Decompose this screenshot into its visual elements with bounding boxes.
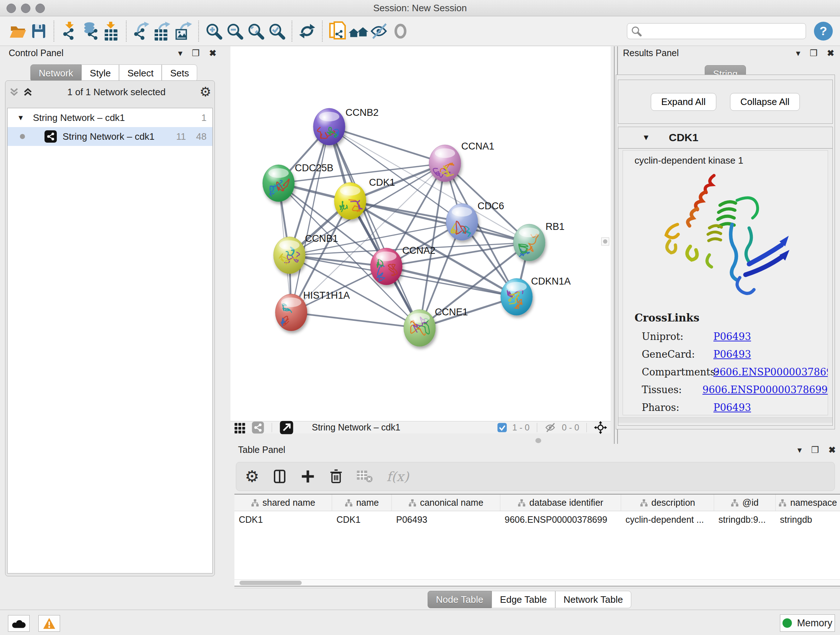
zoom-out-button[interactable] — [224, 20, 245, 42]
close-window-button[interactable] — [6, 4, 16, 13]
delete-column-trash-icon[interactable] — [328, 469, 344, 485]
hidden-eye-slash-icon[interactable] — [545, 423, 557, 432]
birdseye-crosshair-icon[interactable] — [594, 421, 607, 434]
network-thumbnail-icon[interactable] — [251, 421, 264, 434]
cell-namespace[interactable]: stringdb — [775, 511, 840, 528]
tab-select[interactable]: Select — [119, 65, 162, 82]
float-panel-icon[interactable]: ❒ — [811, 445, 819, 455]
close-panel-icon[interactable]: ✖ — [209, 48, 216, 58]
zoom-window-button[interactable] — [35, 4, 45, 13]
zoom-in-button[interactable] — [203, 20, 224, 42]
memory-button[interactable]: Memory — [780, 614, 835, 632]
network-node-CCNA1[interactable] — [429, 145, 461, 182]
network-overview-button[interactable] — [348, 20, 369, 42]
crosslink-link[interactable]: P06493 — [714, 328, 751, 345]
grid-view-icon[interactable] — [234, 421, 246, 434]
horizontal-splitter-handle[interactable] — [535, 438, 541, 443]
import-table-button[interactable] — [101, 20, 122, 42]
cell-canonical-name[interactable]: P06493 — [392, 511, 500, 528]
network-node-CCNB1[interactable] — [273, 237, 305, 274]
column-header[interactable]: namespace — [775, 494, 840, 511]
tab-edge-table[interactable]: Edge Table — [492, 591, 555, 608]
crosslink-link[interactable]: 9606.ENSP00000378699 — [714, 363, 828, 381]
float-panel-icon[interactable]: ❒ — [810, 48, 818, 58]
network-node-CCNA2[interactable] — [370, 248, 402, 285]
add-column-plus-icon[interactable] — [300, 469, 316, 484]
table-horizontal-scrollbar[interactable] — [234, 579, 840, 586]
cell-id[interactable]: stringdb:9... — [714, 511, 775, 528]
table-settings-gear-icon[interactable]: ⚙ — [245, 469, 259, 485]
column-header[interactable]: @id — [714, 494, 775, 511]
gear-icon[interactable]: ⚙ — [200, 84, 211, 100]
warnings-button[interactable] — [38, 615, 60, 632]
tree-expand-icon[interactable]: ▼ — [8, 114, 24, 122]
network-node-CDKN1A[interactable] — [501, 279, 532, 315]
zoom-fit-button[interactable] — [245, 20, 266, 42]
network-node-HIST1H1A[interactable] — [275, 294, 307, 331]
tab-style[interactable]: Style — [81, 65, 119, 82]
column-header[interactable]: shared name — [234, 494, 332, 511]
detach-view-icon[interactable] — [279, 420, 294, 435]
scrollbar-thumb[interactable] — [240, 581, 302, 585]
selected-checkbox-icon[interactable] — [497, 423, 507, 432]
column-header[interactable]: database identifier — [500, 494, 621, 511]
network-node-RB1[interactable] — [513, 224, 545, 261]
cell-shared-name[interactable]: CDK1 — [234, 511, 332, 528]
copy-network-button[interactable] — [327, 20, 348, 42]
export-image-button[interactable] — [173, 20, 194, 42]
network-node-CCNE1[interactable] — [404, 310, 436, 347]
collapse-all-chevron-icon[interactable] — [9, 87, 19, 97]
collapse-panel-icon[interactable]: ▾ — [796, 48, 800, 58]
crosslink-link[interactable]: P06493 — [714, 345, 751, 363]
export-network-button[interactable] — [131, 20, 152, 42]
crosslink-link[interactable]: 9606.ENSP00000378699 — [703, 381, 828, 399]
import-network-button[interactable] — [58, 20, 80, 42]
float-panel-icon[interactable]: ❒ — [192, 48, 200, 58]
cell-description[interactable]: cyclin-dependent ... — [621, 511, 714, 528]
collapse-panel-icon[interactable]: ▾ — [797, 445, 802, 455]
network-node-CDC6[interactable] — [446, 203, 478, 241]
node-table[interactable]: shared name name canonical name database… — [234, 494, 840, 586]
export-table-button[interactable] — [152, 20, 173, 42]
hide-panel-button[interactable] — [369, 20, 390, 42]
zoom-selected-button[interactable] — [266, 20, 287, 42]
network-node-CCNB2[interactable] — [313, 108, 345, 145]
cell-database-identifier[interactable]: 9606.ENSP00000378699 — [500, 511, 621, 528]
show-panel-button[interactable] — [390, 20, 411, 42]
delete-table-icon[interactable] — [357, 469, 373, 484]
column-header[interactable]: description — [621, 494, 714, 511]
splitter-handle[interactable] — [601, 238, 609, 245]
gene-section-header[interactable]: ▼ CDK1 — [618, 127, 832, 149]
show-columns-icon[interactable] — [272, 469, 287, 485]
cell-name[interactable]: CDK1 — [332, 511, 392, 528]
network-node-CDC25B[interactable] — [263, 165, 294, 202]
network-row-selected[interactable]: String Network – cdk1 11 48 — [8, 127, 212, 146]
cloud-status-button[interactable] — [8, 615, 30, 632]
crosslink-link[interactable]: P06493 — [714, 399, 751, 415]
tab-network-table[interactable]: Network Table — [555, 591, 631, 608]
tab-sets[interactable]: Sets — [162, 65, 197, 82]
search-box[interactable] — [627, 23, 806, 39]
tab-node-table[interactable]: Node Table — [428, 591, 492, 608]
close-panel-icon[interactable]: ✖ — [829, 445, 836, 455]
function-builder-icon[interactable]: f(x) — [386, 469, 409, 484]
collapse-all-button[interactable]: Collapse All — [730, 93, 800, 111]
network-node-CDK1[interactable] — [334, 182, 366, 219]
network-collection-row[interactable]: ▼ String Network – cdk1 1 — [8, 108, 212, 127]
results-scrollbar[interactable] — [618, 417, 832, 423]
minimize-window-button[interactable] — [21, 4, 30, 13]
tab-network[interactable]: Network — [30, 65, 81, 82]
network-canvas[interactable]: CCNB2CCNA1CDC25BCDK1CDC6RB1CCNB1CCNA2CDK… — [231, 46, 611, 421]
save-session-button[interactable] — [28, 20, 49, 42]
table-row[interactable]: CDK1 CDK1 P06493 9606.ENSP00000378699 cy… — [234, 511, 840, 528]
help-button[interactable]: ? — [814, 22, 833, 41]
expand-all-chevron-icon[interactable] — [22, 87, 33, 97]
collapse-panel-icon[interactable]: ▾ — [178, 48, 182, 58]
column-header[interactable]: name — [332, 494, 392, 511]
search-input[interactable] — [642, 26, 802, 36]
import-network-from-database-button[interactable] — [80, 20, 101, 42]
column-header[interactable]: canonical name — [392, 494, 500, 511]
expand-all-button[interactable]: Expand All — [651, 93, 716, 111]
close-panel-icon[interactable]: ✖ — [827, 48, 834, 58]
open-session-button[interactable] — [7, 20, 28, 42]
